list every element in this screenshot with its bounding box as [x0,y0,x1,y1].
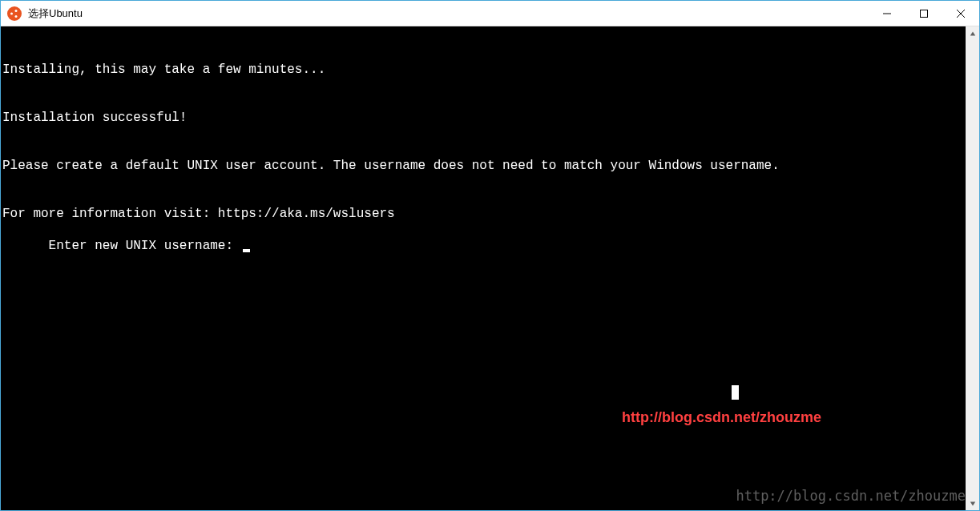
terminal-prompt: Enter new UNIX username: [49,239,250,253]
terminal-line: Installation successful! [2,110,964,126]
watermark-gray: http://blog.csdn.net/zhouzme [736,488,966,504]
svg-point-2 [15,15,18,18]
terminal[interactable]: Installing, this may take a few minutes.… [1,26,966,510]
window-title: 选择Ubuntu [28,6,869,21]
svg-rect-4 [921,10,928,17]
minimize-button[interactable] [869,1,905,26]
vertical-scrollbar[interactable] [966,26,979,510]
svg-point-0 [10,12,13,14]
maximize-button[interactable] [905,1,942,26]
content-wrapper: Installing, this may take a few minutes.… [1,26,979,510]
scrollbar-up-button[interactable] [966,26,979,40]
app-window: 选择Ubuntu Installing, this may take a few… [0,0,980,511]
terminal-prompt-text: Enter new UNIX username: [49,239,241,253]
svg-marker-7 [970,31,974,35]
close-button[interactable] [942,1,979,26]
window-controls [869,1,979,26]
block-cursor [732,385,739,400]
terminal-line: For more information visit: https://aka.… [2,206,964,222]
scrollbar-down-button[interactable] [966,497,979,510]
terminal-line: Please create a default UNIX user accoun… [2,158,964,174]
text-cursor [243,249,250,252]
svg-point-1 [15,10,18,12]
terminal-line: Installing, this may take a few minutes.… [2,62,964,78]
ubuntu-icon [7,6,22,21]
titlebar[interactable]: 选择Ubuntu [1,1,979,26]
svg-marker-8 [970,501,974,505]
scrollbar-track[interactable] [966,40,979,497]
watermark-red: http://blog.csdn.net/zhouzme [622,409,821,425]
